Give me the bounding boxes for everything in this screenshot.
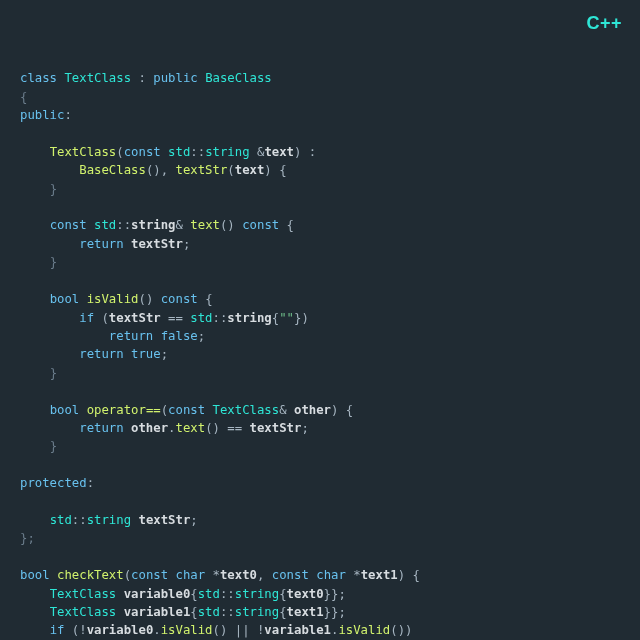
code-line: BaseClass(), textStr(text) { — [20, 163, 287, 177]
code-line: const std::string& text() const { — [20, 218, 294, 232]
code-line: public: — [20, 108, 72, 122]
code-line: } — [20, 255, 57, 269]
code-line: return other.text() == textStr; — [20, 421, 309, 435]
code-line: TextClass variable1{std::string{text1}}; — [20, 605, 346, 619]
code-line: } — [20, 366, 57, 380]
code-line: std::string textStr; — [20, 513, 198, 527]
code-line: class TextClass : public BaseClass — [20, 71, 272, 85]
code-line: return true; — [20, 347, 168, 361]
code-line: bool checkText(const char *text0, const … — [20, 568, 420, 582]
code-line: return false; — [20, 329, 205, 343]
code-line: if (textStr == std::string{""}) — [20, 311, 309, 325]
code-line: } — [20, 182, 57, 196]
code-line: bool isValid() const { — [20, 292, 213, 306]
code-line: TextClass(const std::string &text) : — [20, 145, 316, 159]
code-line: }; — [20, 531, 35, 545]
language-badge: C++ — [586, 14, 622, 32]
code-line: } — [20, 439, 57, 453]
code-line: { — [20, 90, 27, 104]
code-line: TextClass variable0{std::string{text0}}; — [20, 587, 346, 601]
code-line: return textStr; — [20, 237, 190, 251]
code-line: if (!variable0.isValid() || !variable1.i… — [20, 623, 412, 637]
code-line: protected: — [20, 476, 94, 490]
code-editor: C++ Before class TextClass : public Base… — [0, 0, 640, 640]
code-line: bool operator==(const TextClass& other) … — [20, 403, 353, 417]
